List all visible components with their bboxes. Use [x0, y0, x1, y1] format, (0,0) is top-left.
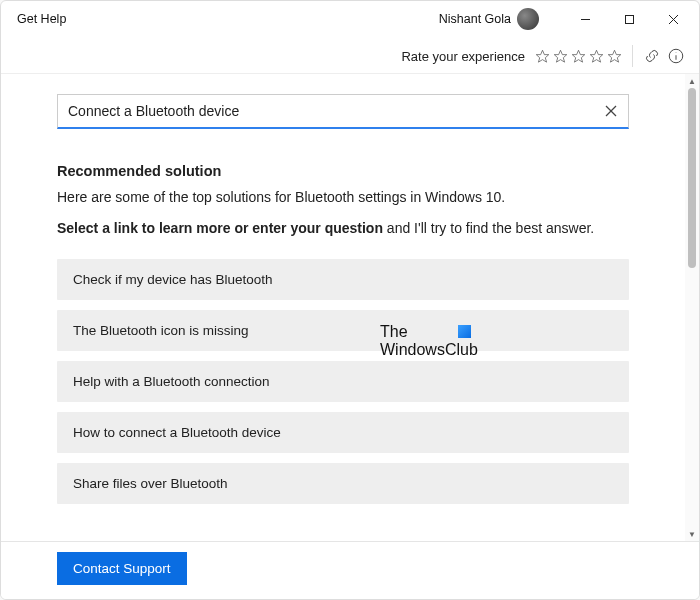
user-name: Nishant Gola [439, 12, 511, 26]
close-icon [668, 14, 679, 25]
app-title: Get Help [17, 12, 66, 26]
content-area: Recommended solution Here are some of th… [1, 73, 699, 541]
star-icon[interactable] [571, 49, 586, 64]
solution-option[interactable]: Help with a Bluetooth connection [57, 361, 629, 402]
get-help-window: Get Help Nishant Gola Rate your experien… [0, 0, 700, 600]
svg-marker-8 [608, 50, 621, 62]
minimize-button[interactable] [563, 3, 607, 35]
search-input[interactable] [68, 103, 604, 119]
star-icon[interactable] [589, 49, 604, 64]
search-box[interactable] [57, 94, 629, 129]
svg-marker-6 [572, 50, 585, 62]
star-icon[interactable] [535, 49, 550, 64]
info-icon[interactable] [667, 47, 685, 65]
scroll-up-button[interactable]: ▲ [685, 74, 699, 88]
rating-bar: Rate your experience [1, 37, 699, 73]
star-icon[interactable] [553, 49, 568, 64]
solution-option[interactable]: Check if my device has Bluetooth [57, 259, 629, 300]
close-window-button[interactable] [651, 3, 695, 35]
solution-option[interactable]: Share files over Bluetooth [57, 463, 629, 504]
scroll-area: Recommended solution Here are some of th… [1, 74, 685, 541]
rating-label: Rate your experience [401, 49, 525, 64]
scroll-down-button[interactable]: ▼ [685, 527, 699, 541]
star-icon[interactable] [607, 49, 622, 64]
svg-rect-1 [625, 15, 633, 23]
svg-marker-5 [554, 50, 567, 62]
scrollbar-thumb[interactable] [688, 88, 696, 268]
window-controls [563, 3, 695, 35]
maximize-button[interactable] [607, 3, 651, 35]
svg-marker-4 [536, 50, 549, 62]
clear-search-button[interactable] [604, 104, 618, 118]
avatar[interactable] [517, 8, 539, 30]
recommended-heading: Recommended solution [57, 163, 629, 179]
instruction-bold: Select a link to learn more or enter you… [57, 220, 383, 236]
rating-stars [535, 49, 622, 64]
intro-text: Here are some of the top solutions for B… [57, 189, 629, 205]
link-icon[interactable] [643, 47, 661, 65]
instruction-text: Select a link to learn more or enter you… [57, 219, 629, 239]
contact-support-button[interactable]: Contact Support [57, 552, 187, 585]
solution-options: Check if my device has Bluetooth The Blu… [57, 259, 629, 504]
instruction-rest: and I'll try to find the best answer. [383, 220, 594, 236]
scrollbar-track[interactable] [685, 88, 699, 527]
maximize-icon [624, 14, 635, 25]
footer: Contact Support [1, 541, 699, 599]
divider [632, 45, 633, 67]
solution-option[interactable]: How to connect a Bluetooth device [57, 412, 629, 453]
minimize-icon [580, 14, 591, 25]
vertical-scrollbar[interactable]: ▲ ▼ [685, 74, 699, 541]
svg-marker-7 [590, 50, 603, 62]
title-bar: Get Help Nishant Gola [1, 1, 699, 37]
solution-option[interactable]: The Bluetooth icon is missing [57, 310, 629, 351]
